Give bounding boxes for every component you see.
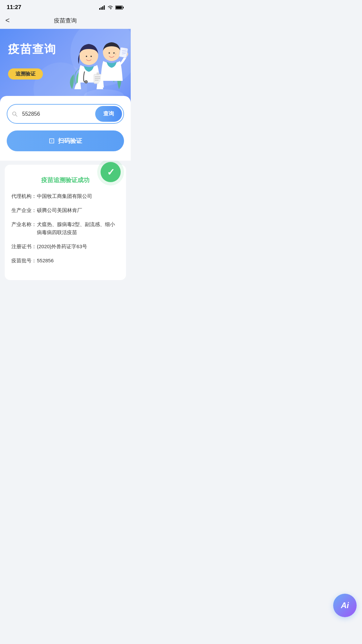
search-input[interactable] bbox=[21, 107, 94, 121]
banner: 疫苗查询 追溯验证 bbox=[0, 29, 131, 103]
search-row: 查询 bbox=[7, 104, 124, 124]
svg-rect-21 bbox=[119, 47, 128, 58]
banner-badge[interactable]: 追溯验证 bbox=[8, 68, 43, 79]
svg-rect-1 bbox=[101, 7, 102, 10]
svg-point-9 bbox=[85, 80, 87, 83]
svg-rect-6 bbox=[123, 7, 124, 8]
banner-title: 疫苗查询 bbox=[8, 42, 56, 56]
info-row-manufacturer: 生产企业： 硕腾公司美国林肯厂 bbox=[11, 206, 119, 214]
svg-rect-0 bbox=[99, 8, 100, 10]
result-card: ✓ 疫苗追溯验证成功 代理机构： 中国牧工商集团有限公司 生产企业： 硕腾公司美… bbox=[5, 165, 126, 280]
svg-point-16 bbox=[90, 56, 92, 57]
info-value-batch: 552856 bbox=[37, 257, 119, 265]
search-icon bbox=[7, 111, 21, 117]
nav-title: 疫苗查询 bbox=[54, 17, 77, 24]
scan-button[interactable]: ⊡ 扫码验证 bbox=[7, 130, 124, 151]
search-card: 查询 ⊡ 扫码验证 bbox=[0, 96, 131, 161]
info-value-manufacturer: 硕腾公司美国林肯厂 bbox=[37, 206, 119, 214]
check-mark-icon: ✓ bbox=[107, 167, 115, 178]
info-label-product: 产业名称： bbox=[11, 220, 37, 228]
signal-icon bbox=[99, 5, 105, 10]
svg-rect-2 bbox=[102, 6, 103, 10]
info-value-cert: (2020)外兽药证字63号 bbox=[37, 243, 119, 251]
info-row-agency: 代理机构： 中国牧工商集团有限公司 bbox=[11, 192, 119, 200]
nav-bar: < 疫苗查询 bbox=[0, 13, 131, 29]
info-label-agency: 代理机构： bbox=[11, 192, 37, 200]
success-check-circle: ✓ bbox=[101, 162, 121, 182]
status-bar: 11:27 bbox=[0, 0, 131, 13]
back-button[interactable]: < bbox=[5, 16, 10, 25]
search-button[interactable]: 查询 bbox=[95, 106, 122, 122]
battery-icon bbox=[115, 5, 124, 10]
info-row-batch: 疫苗批号： 552856 bbox=[11, 257, 119, 265]
info-label-cert: 注册证书： bbox=[11, 243, 37, 251]
wifi-icon bbox=[107, 5, 113, 10]
status-icons bbox=[99, 5, 124, 10]
info-label-batch: 疫苗批号： bbox=[11, 257, 37, 265]
svg-point-19 bbox=[109, 52, 110, 54]
svg-rect-11 bbox=[97, 72, 99, 75]
info-label-manufacturer: 生产企业： bbox=[11, 206, 37, 214]
doctor-illustration bbox=[57, 32, 131, 103]
svg-point-15 bbox=[86, 56, 87, 57]
scan-icon: ⊡ bbox=[49, 137, 55, 145]
svg-point-20 bbox=[113, 52, 115, 54]
info-value-agency: 中国牧工商集团有限公司 bbox=[37, 192, 119, 200]
info-value-product: 犬瘟热、腺病毒2型、副流感、细小病毒病四联活疫苗 bbox=[37, 220, 119, 236]
svg-rect-5 bbox=[116, 6, 122, 9]
status-time: 11:27 bbox=[7, 4, 21, 11]
svg-line-26 bbox=[16, 115, 17, 116]
info-row-cert: 注册证书： (2020)外兽药证字63号 bbox=[11, 243, 119, 251]
svg-rect-3 bbox=[104, 5, 105, 10]
scan-label: 扫码验证 bbox=[58, 137, 82, 145]
info-row-product: 产业名称： 犬瘟热、腺病毒2型、副流感、细小病毒病四联活疫苗 bbox=[11, 220, 119, 236]
